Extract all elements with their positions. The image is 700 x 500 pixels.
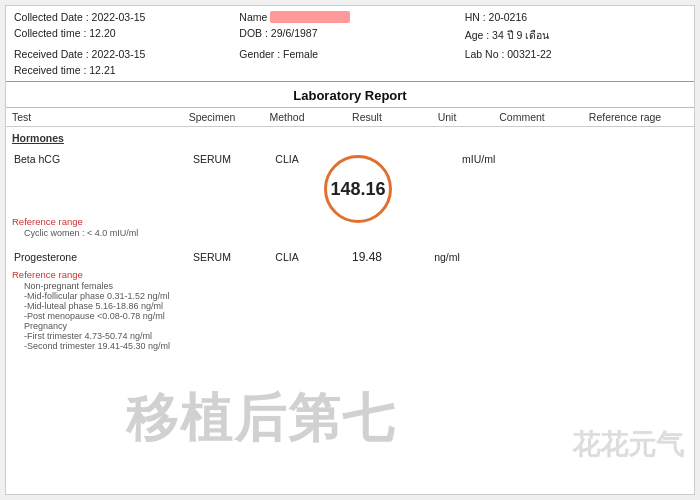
section-hormones: Hormones	[12, 132, 688, 144]
col-test: Test	[12, 111, 172, 123]
ref-non-pregnant: Non-pregnant females	[12, 281, 688, 291]
watermark-text: 移植后第七	[126, 384, 396, 454]
specimen-beta-hcg: SERUM	[172, 152, 252, 166]
name-label: Name	[239, 11, 267, 23]
beta-hcg-value: 148.16	[330, 179, 385, 200]
lab-no: Lab No : 00321-22	[463, 47, 688, 61]
col-specimen: Specimen	[172, 111, 252, 123]
age: Age : 34 ปี 9 เดือน	[463, 26, 688, 45]
col-result: Result	[322, 111, 412, 123]
ref-label-progesterone: Reference range	[12, 269, 688, 280]
table-body: Hormones Beta hCG SERUM CLIA mIU/ml 148.…	[6, 127, 694, 494]
result-progesterone: 19.48	[322, 249, 412, 265]
ref-mid-luteal: -Mid-luteal phase 5.16-18.86 ng/ml	[12, 301, 688, 311]
ref-item-cyclic: Cyclic women : < 4.0 mIU/ml	[12, 228, 688, 238]
hn-number: HN : 20-0216	[463, 10, 688, 24]
col-comment: Comment	[482, 111, 562, 123]
collected-date: Collected Date : 2022-03-15	[12, 10, 237, 24]
ref-mid-follicular: -Mid-follicular phase 0.31-1.52 ng/ml	[12, 291, 688, 301]
report-title: Laboratory Report	[6, 82, 694, 108]
header-section: Collected Date : 2022-03-15 Name HN : 20…	[6, 6, 694, 82]
comment-progesterone	[482, 256, 562, 258]
ref-post-menopause: -Post menopause <0.08-0.78 ng/ml	[12, 311, 688, 321]
unit-beta-hcg: mIU/ml	[412, 152, 482, 166]
progesterone-section: Progesterone SERUM CLIA 19.48 ng/ml Refe…	[12, 246, 688, 351]
test-progesterone: Progesterone	[12, 250, 172, 264]
comment-beta-hcg	[482, 158, 562, 160]
header-empty-2	[463, 63, 688, 77]
method-progesterone: CLIA	[252, 250, 322, 264]
table-row: Progesterone SERUM CLIA 19.48 ng/ml	[12, 246, 688, 268]
laboratory-report-page: Collected Date : 2022-03-15 Name HN : 20…	[5, 5, 695, 495]
ref-beta-hcg	[562, 158, 688, 160]
name-field: Name	[237, 10, 462, 24]
gender: Gender : Female	[237, 47, 462, 61]
received-date: Received Date : 2022-03-15	[12, 47, 237, 61]
table-header-row: Test Specimen Method Result Unit Comment…	[6, 108, 694, 127]
specimen-progesterone: SERUM	[172, 250, 252, 264]
col-reference: Reference rage	[562, 111, 688, 123]
col-method: Method	[252, 111, 322, 123]
beta-hcg-result-circle: 148.16	[324, 155, 392, 223]
method-beta-hcg: CLIA	[252, 152, 322, 166]
received-time: Received time : 12.21	[12, 63, 237, 77]
ref-pregnancy: Pregnancy	[12, 321, 688, 331]
test-beta-hcg: Beta hCG	[12, 152, 172, 166]
dob: DOB : 29/6/1987	[237, 26, 462, 45]
ref-second-trimester: -Second trimester 19.41-45.30 ng/ml	[12, 341, 688, 351]
ref-first-trimester: -First trimester 4.73-50.74 ng/ml	[12, 331, 688, 341]
ref-progesterone	[562, 256, 688, 258]
collected-time: Collected time : 12.20	[12, 26, 237, 45]
col-unit: Unit	[412, 111, 482, 123]
header-empty-1	[237, 63, 462, 77]
unit-progesterone: ng/ml	[412, 250, 482, 264]
watermark-overlay: 花花元气	[572, 426, 684, 464]
name-value	[270, 11, 350, 23]
